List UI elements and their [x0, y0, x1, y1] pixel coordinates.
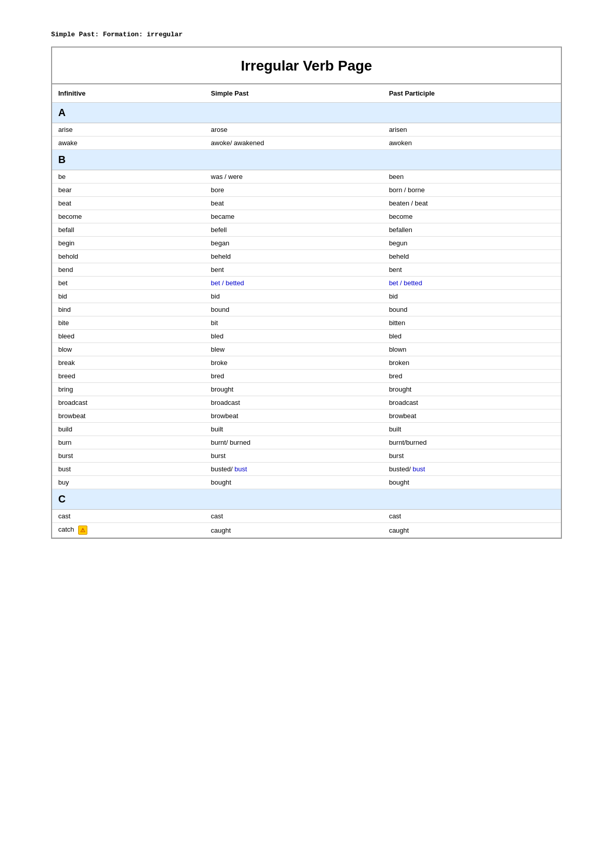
section-header-row: C	[52, 489, 561, 510]
infinitive-cell: catch ⚠	[52, 523, 205, 538]
table-row: blow blew blown	[52, 343, 561, 356]
simple-past-value: began	[211, 239, 229, 247]
simple-past-cell: befell	[205, 223, 383, 237]
past-participle-cell: become	[383, 210, 561, 223]
past-participle-cell: cast	[383, 510, 561, 523]
simple-past-cell: was / were	[205, 170, 383, 184]
simple-past-value: was / were	[211, 173, 243, 180]
infinitive-cell: become	[52, 210, 205, 223]
past-participle-cell: beheld	[383, 250, 561, 263]
simple-past-cell: bound	[205, 303, 383, 316]
simple-past-cell: bid	[205, 290, 383, 303]
simple-past-value: broadcast	[211, 399, 240, 406]
simple-past-cell: began	[205, 237, 383, 250]
past-participle-value: beheld	[389, 253, 409, 260]
simple-past-value: bust	[234, 465, 247, 473]
simple-past-value: caught	[211, 527, 231, 534]
table-row: beat beat beaten / beat	[52, 197, 561, 210]
simple-past-cell: awoke/ awakened	[205, 136, 383, 150]
simple-past-value: bet / betted	[211, 279, 244, 287]
past-participle-cell: been	[383, 170, 561, 184]
warning-icon: ⚠	[78, 526, 87, 535]
past-participle-value: bled	[389, 332, 402, 340]
infinitive-cell: bust	[52, 463, 205, 476]
simple-past-value: bound	[211, 306, 229, 313]
simple-past-cell: beheld	[205, 250, 383, 263]
infinitive-cell: begin	[52, 237, 205, 250]
main-table-container: Irregular Verb Page Infinitive Simple Pa…	[51, 47, 562, 539]
infinitive-cell: burn	[52, 436, 205, 449]
simple-past-value: bore	[211, 186, 224, 194]
simple-past-value: brought	[211, 385, 233, 393]
past-participle-cell: bet / betted	[383, 277, 561, 290]
simple-past-value: befell	[211, 226, 227, 234]
simple-past-value: blew	[211, 346, 225, 353]
infinitive-cell: awake	[52, 136, 205, 150]
simple-past-value: bit	[211, 319, 218, 327]
simple-past-cell: bought	[205, 476, 383, 489]
table-row: bring brought brought	[52, 383, 561, 396]
page-subtitle: Simple Past: Formation: irregular	[51, 31, 562, 38]
table-title: Irregular Verb Page	[52, 48, 561, 84]
simple-past-cell: brought	[205, 383, 383, 396]
table-header-row: Infinitive Simple Past Past Participle	[52, 84, 561, 103]
table-row: awake awoke/ awakened awoken	[52, 136, 561, 150]
section-letter: B	[52, 150, 205, 170]
past-participle-value: beaten / beat	[389, 199, 428, 207]
past-participle-cell: broadcast	[383, 396, 561, 409]
past-participle-value: broadcast	[389, 399, 418, 406]
table-row: bet bet / betted bet / betted	[52, 277, 561, 290]
simple-past-value: bid	[211, 292, 220, 300]
simple-past-cell: bled	[205, 330, 383, 343]
simple-past-value: bled	[211, 332, 224, 340]
simple-past-value: beheld	[211, 253, 231, 260]
past-participle-cell: burnt/burned	[383, 436, 561, 449]
simple-past-cell: built	[205, 423, 383, 436]
infinitive-cell: beat	[52, 197, 205, 210]
simple-past-value: beat	[211, 199, 224, 207]
table-row: buy bought bought	[52, 476, 561, 489]
past-participle-value: arisen	[389, 126, 407, 133]
simple-past-value: arose	[211, 126, 228, 133]
past-participle-value: bust	[413, 465, 426, 473]
table-row: bid bid bid	[52, 290, 561, 303]
section-letter: C	[52, 489, 205, 510]
infinitive-cell: bet	[52, 277, 205, 290]
table-row: burn burnt/ burned burnt/burned	[52, 436, 561, 449]
past-participle-cell: awoken	[383, 136, 561, 150]
infinitive-cell: browbeat	[52, 409, 205, 423]
past-participle-cell: begun	[383, 237, 561, 250]
simple-past-cell: bent	[205, 263, 383, 277]
section-header-row: A	[52, 103, 561, 123]
simple-past-value: broke	[211, 359, 228, 367]
table-row: bind bound bound	[52, 303, 561, 316]
past-participle-cell: broken	[383, 356, 561, 370]
past-participle-value: befallen	[389, 226, 412, 234]
section-header-row: B	[52, 150, 561, 170]
past-participle-cell: bred	[383, 370, 561, 383]
past-participle-cell: brought	[383, 383, 561, 396]
simple-past-prefix: busted/	[211, 465, 234, 473]
infinitive-cell: bind	[52, 303, 205, 316]
table-row: behold beheld beheld	[52, 250, 561, 263]
infinitive-cell: arise	[52, 123, 205, 136]
simple-past-cell: cast	[205, 510, 383, 523]
table-row: bear bore born / borne	[52, 184, 561, 197]
past-participle-cell: bitten	[383, 316, 561, 330]
infinitive-cell: build	[52, 423, 205, 436]
past-participle-cell: built	[383, 423, 561, 436]
past-participle-value: caught	[389, 527, 409, 534]
simple-past-value: bought	[211, 478, 231, 486]
past-participle-value: bought	[389, 478, 409, 486]
infinitive-cell: burst	[52, 449, 205, 463]
past-participle-value: bet / betted	[389, 279, 422, 287]
simple-past-cell: bit	[205, 316, 383, 330]
infinitive-cell: befall	[52, 223, 205, 237]
simple-past-cell: bet / betted	[205, 277, 383, 290]
infinitive-cell: buy	[52, 476, 205, 489]
past-participle-value: cast	[389, 512, 401, 520]
table-row: bust busted/ bust busted/ bust	[52, 463, 561, 476]
simple-past-value: bred	[211, 372, 224, 380]
past-participle-cell: busted/ bust	[383, 463, 561, 476]
table-row: break broke broken	[52, 356, 561, 370]
